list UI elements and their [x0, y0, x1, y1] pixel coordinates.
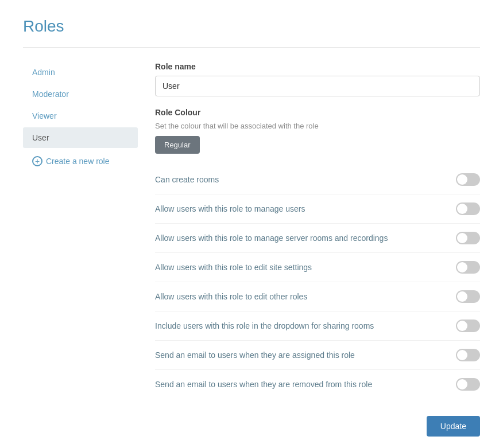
- footer-actions: Update: [155, 410, 480, 437]
- create-new-role-label: Create a new role: [46, 157, 110, 166]
- toggle-edit-site-settings[interactable]: [456, 261, 480, 274]
- role-colour-label: Role Colour: [155, 108, 480, 117]
- permission-label-manage-users: Allow users with this role to manage use…: [155, 204, 305, 213]
- role-name-input[interactable]: [155, 76, 480, 96]
- permission-label-edit-other-roles: Allow users with this role to edit other…: [155, 292, 307, 301]
- permission-row-manage-server-rooms: Allow users with this role to manage ser…: [155, 224, 480, 253]
- sidebar: AdminModeratorViewerUser + Create a new …: [23, 62, 138, 437]
- permission-row-edit-other-roles: Allow users with this role to edit other…: [155, 282, 480, 311]
- update-button[interactable]: Update: [427, 416, 480, 437]
- toggle-slider-manage-server-rooms: [456, 232, 480, 244]
- toggle-slider-email-assigned: [456, 349, 480, 361]
- page-container: Roles AdminModeratorViewerUser + Create …: [0, 0, 503, 448]
- toggle-manage-users[interactable]: [456, 202, 480, 215]
- permission-row-email-assigned: Send an email to users when they are ass…: [155, 341, 480, 370]
- toggle-slider-sharing-rooms: [456, 320, 480, 332]
- permission-row-sharing-rooms: Include users with this role in the drop…: [155, 311, 480, 341]
- create-new-role-button[interactable]: + Create a new role: [23, 150, 138, 172]
- toggle-manage-server-rooms[interactable]: [456, 232, 480, 244]
- colour-button[interactable]: Regular: [155, 136, 200, 154]
- page-title: Roles: [23, 17, 480, 36]
- toggle-create-rooms[interactable]: [456, 173, 480, 186]
- role-colour-desc: Set the colour that will be associated w…: [155, 122, 480, 130]
- permission-label-create-rooms: Can create rooms: [155, 175, 219, 184]
- sidebar-item-viewer[interactable]: Viewer: [23, 106, 138, 126]
- sidebar-item-moderator[interactable]: Moderator: [23, 84, 138, 104]
- sidebar-item-user[interactable]: User: [23, 127, 138, 148]
- permission-label-edit-site-settings: Allow users with this role to edit site …: [155, 263, 312, 272]
- toggle-slider-create-rooms: [456, 173, 480, 186]
- permission-row-create-rooms: Can create rooms: [155, 165, 480, 194]
- toggle-sharing-rooms[interactable]: [456, 320, 480, 332]
- toggle-email-removed[interactable]: [456, 378, 480, 391]
- permission-label-sharing-rooms: Include users with this role in the drop…: [155, 321, 374, 330]
- role-colour-group: Role Colour Set the colour that will be …: [155, 108, 480, 154]
- permission-row-manage-users: Allow users with this role to manage use…: [155, 194, 480, 224]
- content-layout: AdminModeratorViewerUser + Create a new …: [23, 62, 480, 437]
- permission-label-email-removed: Send an email to users when they are rem…: [155, 380, 372, 389]
- permissions-list: Can create roomsAllow users with this ro…: [155, 165, 480, 399]
- toggle-slider-edit-site-settings: [456, 261, 480, 274]
- permission-row-edit-site-settings: Allow users with this role to edit site …: [155, 253, 480, 282]
- role-name-label: Role name: [155, 62, 480, 71]
- toggle-email-assigned[interactable]: [456, 349, 480, 361]
- main-content: Role name Role Colour Set the colour tha…: [155, 62, 480, 437]
- toggle-slider-manage-users: [456, 202, 480, 215]
- role-name-group: Role name: [155, 62, 480, 96]
- plus-icon: +: [32, 156, 42, 166]
- permission-row-email-removed: Send an email to users when they are rem…: [155, 370, 480, 399]
- divider: [23, 47, 480, 48]
- sidebar-item-admin[interactable]: Admin: [23, 62, 138, 83]
- toggle-edit-other-roles[interactable]: [456, 290, 480, 303]
- toggle-slider-edit-other-roles: [456, 290, 480, 303]
- toggle-slider-email-removed: [456, 378, 480, 391]
- permission-label-email-assigned: Send an email to users when they are ass…: [155, 350, 355, 360]
- permission-label-manage-server-rooms: Allow users with this role to manage ser…: [155, 233, 388, 243]
